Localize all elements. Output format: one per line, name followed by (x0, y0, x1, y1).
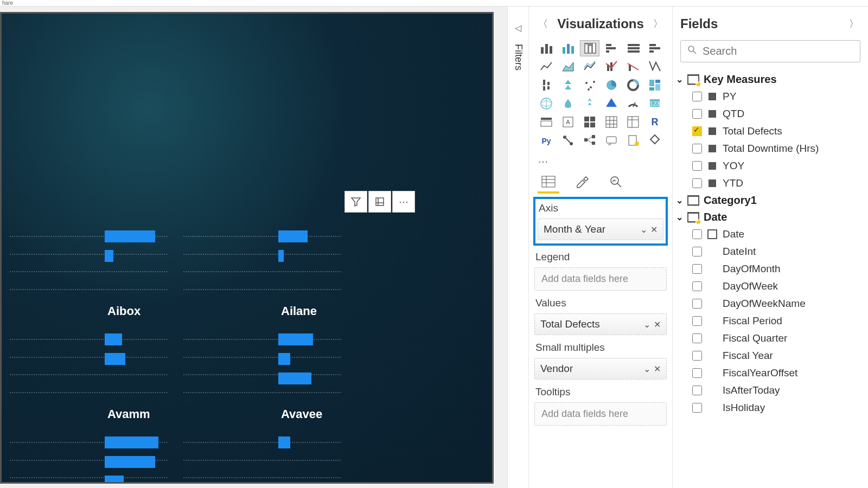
analytics-tab[interactable] (607, 173, 624, 190)
field-checkbox[interactable] (692, 92, 702, 101)
field-row[interactable]: FiscalYearOffset (675, 364, 863, 382)
viz-type-icon-16[interactable] (623, 77, 643, 93)
fields-collapse-icon[interactable]: 〉 (847, 17, 860, 30)
field-checkbox[interactable] (692, 109, 702, 119)
viz-type-icon-23[interactable]: 123 (645, 95, 665, 112)
viz-collapse-right-icon[interactable]: 〉 (652, 17, 665, 30)
field-checkbox[interactable] (692, 299, 702, 309)
bar[interactable] (105, 456, 155, 468)
field-checkbox[interactable] (692, 403, 702, 413)
fields-tab[interactable] (540, 173, 557, 190)
viz-type-icon-27[interactable] (602, 114, 621, 130)
fields-search[interactable] (680, 40, 860, 62)
field-row[interactable]: Fiscal Period (675, 312, 863, 330)
viz-type-icon-1[interactable] (558, 40, 578, 56)
viz-type-icon-25[interactable]: A (558, 114, 578, 130)
field-checkbox[interactable] (692, 264, 702, 274)
field-row[interactable]: Fiscal Quarter (675, 330, 863, 347)
viz-type-icon-10[interactable] (623, 59, 643, 75)
table-header[interactable]: ⌄Key Measures (675, 71, 863, 88)
report-page[interactable]: AiboxAilaneAvammAvaveeBlognationBlogpad (0, 12, 494, 484)
field-checkbox[interactable] (692, 144, 702, 153)
visual-more-options-button[interactable]: ⋯ (392, 191, 415, 213)
viz-type-icon-34[interactable] (623, 132, 643, 149)
field-checkbox[interactable] (692, 333, 702, 343)
viz-type-icon-30[interactable]: Py (537, 132, 556, 149)
bar[interactable] (105, 230, 155, 242)
values-dropdown-icon[interactable]: ⌄ (643, 319, 650, 330)
viz-type-icon-24[interactable] (537, 114, 556, 130)
field-row[interactable]: QTD (675, 105, 863, 123)
viz-type-icon-20[interactable] (580, 95, 599, 112)
search-input[interactable] (703, 45, 853, 57)
viz-type-icon-4[interactable] (623, 40, 643, 56)
field-checkbox[interactable] (692, 281, 702, 291)
viz-gallery-more[interactable]: … (529, 153, 672, 165)
small-multiple-panel[interactable]: Blognation (2, 426, 175, 484)
viz-type-icon-31[interactable] (558, 132, 578, 149)
viz-type-icon-28[interactable] (623, 114, 643, 130)
bar[interactable] (105, 436, 158, 448)
viz-type-icon-0[interactable] (537, 40, 556, 56)
small-multiple-panel[interactable]: Aibox (2, 220, 175, 323)
bar[interactable] (105, 333, 122, 345)
values-remove-icon[interactable]: ✕ (654, 319, 661, 330)
small-multiple-panel[interactable]: Avavee (175, 323, 349, 426)
field-row[interactable]: DayOfMonth (675, 260, 863, 278)
field-checkbox[interactable] (692, 386, 702, 395)
field-checkbox[interactable] (692, 247, 702, 256)
viz-type-icon-14[interactable] (580, 77, 599, 93)
axis-remove-icon[interactable]: ✕ (650, 224, 658, 235)
field-row[interactable]: IsHoliday (675, 399, 863, 416)
expand-filters-icon[interactable]: ◁ (515, 23, 521, 33)
table-header[interactable]: ⌄Date (675, 209, 863, 226)
small-multiples-field-pill[interactable]: Vendor ⌄✕ (534, 358, 667, 380)
axis-dropdown-icon[interactable]: ⌄ (640, 224, 647, 235)
tooltips-drop-area[interactable]: Add data fields here (534, 402, 667, 426)
small-multiple-panel[interactable]: Avamm (2, 323, 175, 426)
sm-remove-icon[interactable]: ✕ (654, 364, 661, 374)
viz-type-icon-9[interactable] (602, 59, 621, 75)
field-checkbox[interactable] (692, 178, 702, 188)
viz-type-icon-8[interactable] (580, 59, 599, 75)
viz-type-icon-17[interactable] (645, 77, 665, 93)
bar[interactable] (105, 353, 125, 365)
viz-type-icon-19[interactable] (558, 95, 578, 112)
viz-type-icon-13[interactable] (558, 77, 578, 93)
axis-well[interactable]: Axis Month & Year ⌄✕ (534, 198, 667, 245)
viz-type-icon-6[interactable] (537, 59, 556, 75)
viz-type-icon-11[interactable] (645, 59, 665, 75)
field-checkbox[interactable] (692, 351, 702, 361)
viz-type-icon-29[interactable]: R (645, 114, 665, 130)
viz-type-icon-7[interactable] (558, 59, 578, 75)
small-multiple-panel[interactable]: Ailane (175, 220, 349, 323)
small-multiple-panel[interactable]: Blogpad (175, 426, 349, 484)
values-field-pill[interactable]: Total Defects ⌄✕ (534, 313, 667, 335)
viz-type-icon-35[interactable] (645, 132, 665, 149)
bar[interactable] (278, 333, 313, 345)
tooltips-well[interactable]: Tooltips Add data fields here (534, 386, 667, 426)
viz-type-icon-5[interactable] (645, 40, 665, 56)
focus-mode-button[interactable] (368, 191, 391, 213)
axis-field-pill[interactable]: Month & Year ⌄✕ (538, 219, 663, 240)
table-header[interactable]: ⌄Category1 (675, 192, 863, 209)
field-checkbox[interactable] (692, 368, 702, 378)
field-checkbox[interactable] (692, 161, 702, 171)
viz-type-icon-33[interactable] (602, 132, 621, 149)
report-canvas[interactable]: AiboxAilaneAvammAvaveeBlognationBlogpad … (0, 7, 507, 488)
viz-type-icon-22[interactable] (623, 95, 643, 112)
field-row[interactable]: PY (675, 88, 863, 105)
field-row[interactable]: IsAfterToday (675, 382, 863, 399)
field-row[interactable]: DayOfWeekName (675, 295, 863, 312)
field-checkbox[interactable] (692, 316, 702, 326)
bar[interactable] (105, 250, 113, 262)
viz-type-icon-26[interactable] (580, 114, 599, 130)
sm-dropdown-icon[interactable]: ⌄ (643, 364, 650, 374)
field-row[interactable]: Date (675, 226, 863, 243)
viz-type-icon-32[interactable] (580, 132, 599, 149)
filters-pane-collapsed[interactable]: ◁ Filters (507, 7, 529, 488)
values-well[interactable]: Values Total Defects ⌄✕ (534, 297, 667, 335)
field-row[interactable]: DateInt (675, 243, 863, 260)
field-row[interactable]: YTD (675, 175, 863, 192)
bar[interactable] (278, 373, 311, 384)
